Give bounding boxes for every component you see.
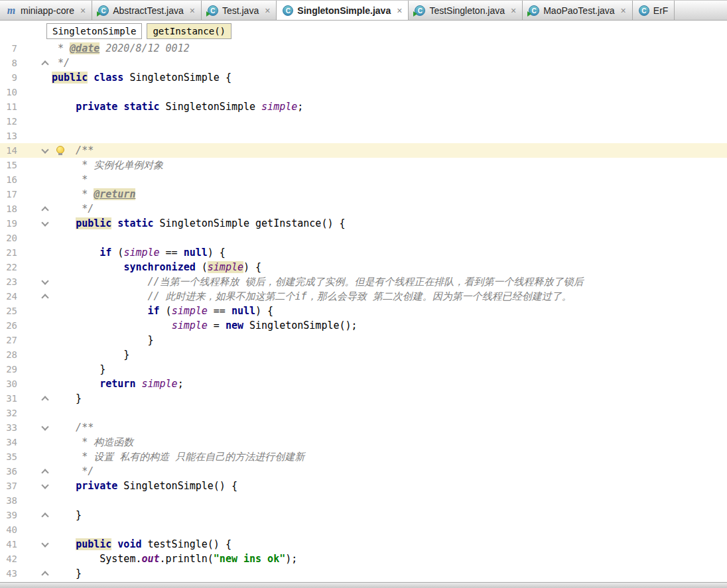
code-text: } [52, 347, 129, 362]
tab-label: Test.java [222, 5, 259, 16]
line-number: 17 [0, 187, 17, 202]
token: = [208, 320, 226, 331]
code-line[interactable]: 25 if (simple == null) { [0, 304, 727, 318]
code-line[interactable]: 18 */ [0, 202, 727, 216]
token: * 实例化单例对象 [52, 159, 163, 171]
token: } [52, 349, 129, 361]
fold-expand-icon[interactable] [41, 147, 49, 154]
code-line[interactable]: 14 /** [0, 143, 727, 158]
gutter: 20 [0, 231, 52, 245]
code-line[interactable]: 13 [0, 129, 727, 143]
fold-collapse-icon[interactable] [41, 292, 49, 300]
code-text: } [52, 362, 105, 377]
gutter: 34 [0, 435, 52, 449]
fold-collapse-icon[interactable] [41, 511, 49, 519]
code-line[interactable]: 32 [0, 406, 727, 420]
editor-tab-testsingleton-java[interactable]: CTestSingleton.java× [409, 1, 523, 20]
code-text: if (simple == null) { [52, 245, 226, 260]
editor-tab-test-java[interactable]: CTest.java× [202, 1, 277, 20]
fold-collapse-icon[interactable] [41, 569, 49, 577]
token: ; [178, 378, 184, 390]
code-line[interactable]: 42 System.out.println("new ins ok"); [0, 552, 727, 566]
gutter: 9 [0, 70, 52, 85]
code-line[interactable]: 21 if (simple == null) { [0, 245, 727, 260]
code-line[interactable]: 11 private static SingletonSimple simple… [0, 99, 727, 114]
token: public [52, 72, 88, 84]
token [52, 247, 99, 259]
token: ) { [243, 261, 261, 273]
close-tab-icon[interactable]: × [80, 6, 86, 15]
code-text: * @date 2020/8/12 0012 [52, 41, 190, 56]
tab-label: MaoPaoTest.java [543, 5, 614, 16]
fold-expand-icon[interactable] [41, 424, 49, 432]
fold-collapse-icon[interactable] [41, 59, 49, 67]
gutter: 26 [0, 318, 52, 333]
code-line[interactable]: 12 [0, 114, 727, 129]
fold-expand-icon[interactable] [41, 482, 49, 490]
code-line[interactable]: 40 [0, 522, 727, 537]
code-line[interactable]: 35 * 设置 私有的构造 只能在自己的方法进行创建新 [0, 449, 727, 464]
code-text: * [52, 172, 88, 187]
code-line[interactable]: 31 } [0, 391, 727, 406]
gutter: 11 [0, 99, 52, 114]
fold-expand-icon[interactable] [41, 278, 49, 286]
code-line[interactable]: 33 /** [0, 420, 727, 435]
code-text: private static SingletonSimple simple; [52, 99, 303, 114]
code-line[interactable]: 17 * @return [0, 187, 727, 202]
code-text: System.out.println("new ins ok"); [52, 552, 297, 566]
fold-collapse-icon[interactable] [41, 394, 49, 402]
token: SingletonSimple getInstance() { [154, 217, 346, 229]
token: ( [196, 261, 208, 273]
fold-collapse-icon[interactable] [41, 205, 49, 213]
intention-bulb-icon[interactable] [56, 146, 64, 155]
breadcrumb-class[interactable]: SingletonSimple [46, 23, 142, 39]
code-line[interactable]: 30 return simple; [0, 377, 727, 391]
editor-tab-abstracttest-java[interactable]: CAbstractTest.java× [92, 1, 202, 20]
editor-tab-singletonsimple-java[interactable]: CSingletonSimple.java× [277, 1, 409, 20]
code-line[interactable]: 29 } [0, 362, 727, 377]
code-line[interactable]: 41 public void testSingle() { [0, 537, 727, 552]
close-tab-icon[interactable]: × [511, 6, 516, 15]
line-number: 10 [0, 85, 17, 99]
code-line[interactable]: 39 } [0, 508, 727, 522]
gutter: 18 [0, 202, 52, 216]
code-line[interactable]: 16 * [0, 172, 727, 187]
code-line[interactable]: 10 [0, 85, 727, 99]
token: @return [94, 188, 135, 200]
code-line[interactable]: 43 } [0, 566, 727, 581]
code-text: private SingletonSimple() { [52, 479, 237, 493]
close-tab-icon[interactable]: × [190, 6, 195, 15]
code-editor[interactable]: 7 * @date 2020/8/12 00128 */9public clas… [0, 41, 727, 582]
code-line[interactable]: 26 simple = new SingletonSimple(); [0, 318, 727, 333]
code-line[interactable]: 19 public static SingletonSimple getInst… [0, 216, 727, 231]
editor-tab-erf[interactable]: CErF [633, 1, 675, 20]
code-line[interactable]: 37 private SingletonSimple() { [0, 479, 727, 493]
close-tab-icon[interactable]: × [397, 6, 402, 15]
token: simple [141, 378, 177, 390]
code-line[interactable]: 23 //当第一个线程释放 锁后，创建完成了实例。但是有个线程正在排队，看到第一… [0, 274, 727, 289]
token: simple [172, 320, 208, 331]
code-line[interactable]: 24 // 此时进来，如果不加这第二个if，那么会导致 第二次创建。因为第一个线… [0, 289, 727, 304]
token: SingletonSimple(); [243, 320, 358, 331]
fold-expand-icon[interactable] [41, 219, 49, 227]
code-line[interactable]: 27 } [0, 333, 727, 347]
fold-expand-icon[interactable] [41, 540, 49, 548]
code-line[interactable]: 36 */ [0, 464, 727, 479]
breadcrumb-method[interactable]: getInstance() [147, 23, 231, 39]
close-tab-icon[interactable]: × [621, 6, 626, 15]
close-tab-icon[interactable]: × [265, 6, 270, 15]
code-line[interactable]: 8 */ [0, 56, 727, 70]
code-line[interactable]: 38 [0, 493, 727, 508]
code-line[interactable]: 22 synchronized (simple) { [0, 260, 727, 274]
code-line[interactable]: 7 * @date 2020/8/12 0012 [0, 41, 727, 56]
gutter: 27 [0, 333, 52, 347]
editor-tab-maopaotest-java[interactable]: CMaoPaoTest.java× [523, 1, 633, 20]
code-line[interactable]: 15 * 实例化单例对象 [0, 158, 727, 172]
code-line[interactable]: 20 [0, 231, 727, 245]
code-line[interactable]: 34 * 构造函数 [0, 435, 727, 449]
token: ) { [208, 247, 226, 259]
code-line[interactable]: 28 } [0, 347, 727, 362]
code-line[interactable]: 9public class SingletonSimple { [0, 70, 727, 85]
editor-tab-miniapp-core[interactable]: mminiapp-core× [0, 1, 92, 20]
fold-collapse-icon[interactable] [41, 467, 49, 475]
